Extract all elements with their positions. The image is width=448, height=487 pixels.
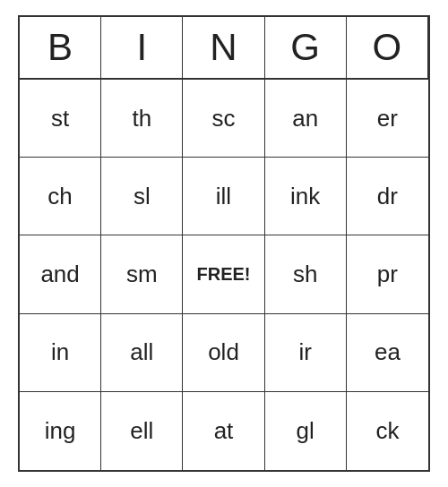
cell-0-1: th (101, 80, 183, 158)
bingo-card: B I N G O st th sc an er ch sl ill ink d… (18, 15, 430, 472)
cell-2-1: sm (101, 235, 183, 313)
cell-0-3: an (265, 80, 347, 158)
cell-3-2: old (183, 314, 264, 392)
cell-3-0: in (20, 314, 101, 392)
cell-2-3: sh (265, 235, 347, 313)
header-n: N (183, 17, 264, 80)
cell-0-0: st (20, 80, 101, 158)
cell-4-2: at (183, 392, 264, 470)
cell-1-4: dr (347, 158, 428, 235)
cell-1-1: sl (101, 158, 183, 235)
cell-4-3: gl (265, 392, 347, 470)
cell-free: FREE! (183, 235, 264, 313)
cell-1-3: ink (265, 158, 347, 235)
cell-2-4: pr (347, 235, 428, 313)
cell-0-4: er (347, 80, 428, 158)
header-b: B (20, 17, 101, 80)
cell-3-1: all (101, 314, 183, 392)
cell-2-0: and (20, 235, 101, 313)
cell-0-2: sc (183, 80, 264, 158)
cell-4-1: ell (101, 392, 183, 470)
cell-3-3: ir (265, 314, 347, 392)
header-i: I (101, 17, 183, 80)
header-g: G (265, 17, 347, 80)
cell-3-4: ea (347, 314, 428, 392)
cell-1-0: ch (20, 158, 101, 235)
cell-4-4: ck (347, 392, 428, 470)
cell-1-2: ill (183, 158, 264, 235)
cell-4-0: ing (20, 392, 101, 470)
header-o: O (347, 17, 428, 80)
